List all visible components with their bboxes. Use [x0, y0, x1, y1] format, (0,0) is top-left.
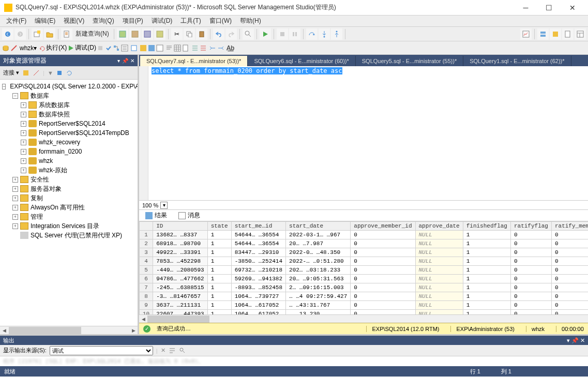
table-cell[interactable]: 0 — [351, 292, 415, 301]
menu-view[interactable]: 视图(V) — [61, 16, 87, 26]
uncomment-button[interactable] — [200, 44, 207, 52]
messages-tab[interactable]: 消息 — [175, 210, 203, 221]
col-header[interactable] — [140, 222, 153, 231]
copy-button[interactable] — [184, 28, 195, 40]
options-button[interactable] — [121, 44, 128, 52]
nav-back-button[interactable] — [2, 28, 13, 40]
step-into-button[interactable] — [319, 28, 330, 40]
tree-integration[interactable]: Integration Services 目录 — [31, 222, 99, 231]
table-cell[interactable]: 0 — [351, 239, 415, 248]
include-stats-button[interactable] — [148, 44, 155, 52]
table-cell[interactable]: 0 — [510, 239, 551, 248]
table-cell[interactable]: … …13.230 — [286, 310, 351, 315]
undo-button[interactable] — [213, 28, 224, 40]
sql-editor[interactable]: ▸ select * from formmain_0200 order by s… — [139, 66, 588, 201]
table-cell[interactable]: 2022-03-1… …967 — [286, 231, 351, 239]
comment-button[interactable] — [191, 44, 199, 52]
table-cell[interactable]: 1 — [207, 275, 231, 283]
table-cell[interactable]: 1064… …617052 — [231, 310, 285, 315]
table-cell[interactable]: … …4 09:27:59.427 — [286, 292, 351, 301]
results-text-button[interactable] — [165, 44, 173, 52]
table-cell[interactable]: 20… …7.987 — [286, 239, 351, 248]
table-cell[interactable]: 0 — [351, 257, 415, 266]
tree-toggle[interactable]: + — [12, 223, 18, 229]
panel-dropdown-icon[interactable]: ▾ — [117, 58, 120, 64]
tree-toggle[interactable]: + — [21, 130, 26, 136]
table-cell[interactable]: 202… …03:18.233 — [286, 266, 351, 275]
output-source-combo[interactable]: 调试 — [50, 346, 153, 355]
table-row[interactable]: 694786… …477662159269… …94138220… …9:05:… — [140, 275, 589, 283]
output-wrap-icon[interactable] — [169, 347, 176, 354]
col-header[interactable]: ratifyflag — [510, 222, 551, 231]
table-cell[interactable]: 0 — [351, 310, 415, 315]
tree-toggle[interactable]: + — [12, 205, 18, 210]
table-cell[interactable]: 0 — [551, 283, 588, 292]
table-cell[interactable]: 0 — [551, 275, 588, 283]
reg-servers-button[interactable] — [537, 28, 549, 40]
table-cell[interactable]: 0 — [551, 301, 588, 310]
new-query-icon[interactable] — [61, 28, 72, 40]
output-close-icon[interactable]: ✕ — [580, 337, 585, 343]
table-cell[interactable]: NULL — [415, 248, 463, 257]
table-cell[interactable]: 1064… …739727 — [231, 292, 285, 301]
table-cell[interactable]: NULL — [415, 292, 463, 301]
output-dropdown-icon[interactable]: ▾ — [567, 337, 570, 343]
tb-btn-2[interactable] — [129, 28, 141, 40]
menu-file[interactable]: 文件(F) — [3, 16, 29, 26]
table-cell[interactable]: 3 — [140, 248, 153, 257]
table-row[interactable]: 47853… …4522981-3850… …2524142022-… …0:5… — [140, 257, 589, 266]
table-cell[interactable]: 83447… …29310 — [231, 248, 285, 257]
step-over-button[interactable] — [306, 28, 318, 40]
new-project-button[interactable] — [32, 28, 43, 40]
table-cell[interactable]: 2 — [140, 239, 153, 248]
paste-button[interactable] — [196, 28, 207, 40]
output-body[interactable]: 程序 [21976] [SQL] EXP: EXP\SQL2014 已退出, 返… — [0, 356, 588, 366]
tree-toggle[interactable]: + — [21, 102, 26, 108]
tab-query6[interactable]: SQLQuery6.sql - E...ministrator (60))* — [248, 56, 355, 66]
tree-rstemp[interactable]: ReportServer$SQL2014TempDB — [39, 129, 129, 137]
step-out-button[interactable] — [331, 28, 342, 40]
table-cell[interactable]: 10 — [140, 310, 153, 315]
menu-debug[interactable]: 调试(D) — [148, 16, 176, 26]
table-cell[interactable]: NULL — [415, 231, 463, 239]
table-cell[interactable]: 1 — [463, 310, 510, 315]
tree-toggle[interactable]: + — [12, 214, 18, 220]
table-cell[interactable]: 1 — [207, 257, 231, 266]
table-cell[interactable]: 0 — [510, 292, 551, 301]
tree-replication[interactable]: 复制 — [31, 194, 43, 203]
menu-tools[interactable]: 工具(T) — [177, 16, 204, 26]
table-cell[interactable]: 1 — [207, 301, 231, 310]
run-button[interactable] — [260, 28, 271, 40]
menu-edit[interactable]: 编辑(E) — [32, 16, 58, 26]
table-cell[interactable]: 9 — [140, 301, 153, 310]
debug-label[interactable]: 调试(D) — [75, 43, 96, 52]
tree-toggle[interactable]: + — [21, 168, 26, 173]
table-cell[interactable]: 0 — [510, 231, 551, 239]
tree-whzkorig[interactable]: whzk-原始 — [39, 166, 67, 175]
tree-whzkrec[interactable]: whzk_recovery — [39, 139, 80, 146]
table-cell[interactable]: 1 — [207, 292, 231, 301]
table-cell[interactable]: 1 — [207, 266, 231, 275]
menu-query[interactable]: 查询(Q) — [89, 16, 117, 26]
tree-agent[interactable]: SQL Server 代理(已禁用代理 XP) — [31, 231, 122, 240]
table-cell[interactable]: 1 — [463, 292, 510, 301]
table-cell[interactable]: 7 — [140, 283, 153, 292]
tree-rs[interactable]: ReportServer$SQL2014 — [39, 120, 105, 127]
col-header[interactable]: state — [207, 222, 231, 231]
table-cell[interactable]: 1 — [463, 257, 510, 266]
results-file-button[interactable] — [182, 44, 189, 52]
table-row[interactable]: 113682… …8337154644… …365542022-03-1… …9… — [140, 231, 589, 239]
tree-toggle[interactable]: + — [21, 149, 26, 155]
obj-explorer-button[interactable] — [550, 28, 561, 40]
table-cell[interactable]: 68918… …98700 — [153, 239, 207, 248]
open-button[interactable] — [44, 28, 55, 40]
table-cell[interactable]: 59269… …941382 — [231, 275, 285, 283]
pause-button[interactable] — [289, 28, 300, 40]
table-cell[interactable]: -245… …6388515 — [153, 283, 207, 292]
oe-filter-icon[interactable]: ▼ — [48, 70, 53, 76]
output-find-icon[interactable] — [179, 347, 186, 354]
col-header[interactable]: approve_member_id — [351, 222, 415, 231]
tree-toggle[interactable]: + — [21, 140, 26, 145]
oe-disconnect-icon[interactable] — [33, 69, 40, 77]
table-cell[interactable]: NULL — [415, 275, 463, 283]
